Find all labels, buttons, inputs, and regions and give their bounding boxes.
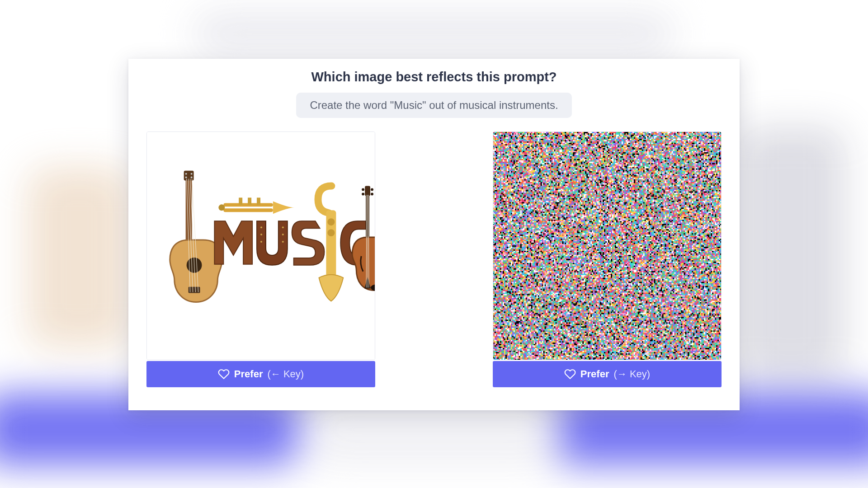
music-word-art bbox=[147, 132, 375, 360]
svg-point-32 bbox=[371, 192, 373, 195]
svg-point-23 bbox=[282, 234, 284, 235]
svg-point-4 bbox=[191, 173, 193, 175]
prefer-right-key-hint: (→ Key) bbox=[613, 368, 650, 380]
heart-icon bbox=[564, 368, 576, 380]
svg-point-21 bbox=[260, 241, 262, 243]
svg-rect-15 bbox=[239, 197, 242, 205]
svg-point-18 bbox=[218, 204, 225, 211]
heart-icon bbox=[218, 368, 230, 380]
svg-rect-16 bbox=[248, 197, 251, 205]
prefer-right-button[interactable]: Prefer (→ Key) bbox=[493, 361, 722, 387]
svg-rect-2 bbox=[184, 171, 194, 181]
svg-point-29 bbox=[362, 188, 364, 191]
option-left-image[interactable] bbox=[146, 131, 375, 360]
comparison-card: Which image best reflects this prompt? C… bbox=[128, 59, 740, 410]
svg-point-24 bbox=[282, 241, 284, 243]
prefer-left-button[interactable]: Prefer (← Key) bbox=[146, 361, 375, 387]
svg-rect-14 bbox=[223, 208, 273, 212]
option-right-image[interactable] bbox=[493, 131, 722, 360]
option-left: Prefer (← Key) bbox=[146, 131, 375, 387]
options-row: Prefer (← Key) Prefer (→ Key) bbox=[128, 131, 740, 387]
prompt-text: Create the word "Music" out of musical i… bbox=[296, 93, 571, 118]
svg-point-3 bbox=[185, 173, 187, 175]
svg-point-6 bbox=[191, 177, 193, 178]
svg-point-20 bbox=[260, 234, 262, 235]
prefer-right-label: Prefer bbox=[580, 368, 609, 380]
svg-point-5 bbox=[185, 177, 187, 178]
option-right: Prefer (→ Key) bbox=[493, 131, 722, 387]
question-heading: Which image best reflects this prompt? bbox=[128, 70, 740, 84]
prefer-left-label: Prefer bbox=[234, 368, 263, 380]
noise-pattern bbox=[493, 132, 721, 360]
svg-rect-17 bbox=[257, 197, 260, 205]
svg-rect-28 bbox=[365, 186, 370, 196]
svg-point-22 bbox=[282, 226, 284, 228]
svg-point-31 bbox=[362, 192, 364, 195]
svg-point-27 bbox=[327, 229, 335, 236]
svg-point-26 bbox=[327, 218, 335, 225]
svg-point-19 bbox=[260, 226, 262, 228]
prefer-left-key-hint: (← Key) bbox=[267, 368, 304, 380]
svg-point-30 bbox=[371, 188, 373, 191]
